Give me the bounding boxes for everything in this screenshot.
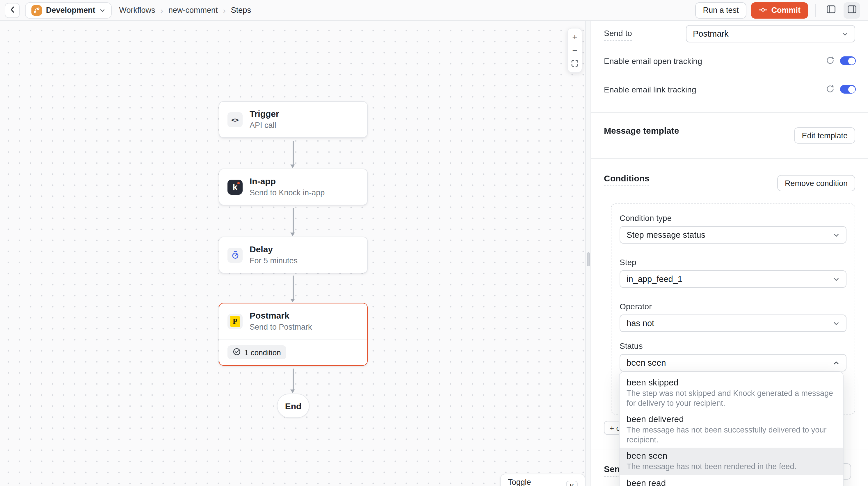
remove-condition-button[interactable]: Remove condition [777, 175, 855, 191]
option-description: The message has not been rendered in the… [626, 462, 836, 472]
chevron-down-icon [833, 320, 839, 326]
breadcrumb-separator: › [223, 5, 226, 15]
message-template-heading: Message template [604, 126, 679, 138]
back-button[interactable] [5, 3, 20, 18]
check-circle-icon [233, 347, 241, 357]
edge-arrow [292, 208, 293, 233]
status-option-been-read[interactable]: been read [620, 475, 843, 486]
operator-select[interactable]: has not [620, 315, 846, 332]
node-subtitle: API call [250, 120, 279, 130]
stopwatch-icon [227, 247, 243, 262]
open-tracking-label: Enable email open tracking [604, 56, 702, 66]
fit-view-icon [571, 59, 578, 69]
run-a-test-button[interactable]: Run a test [695, 2, 746, 18]
breadcrumb: Workflows › new-comment › Steps [119, 5, 251, 15]
condition-count-label: 1 condition [244, 348, 281, 357]
toggle-controls-button[interactable]: Toggle controls K [500, 474, 585, 486]
status-label: Status [620, 341, 846, 351]
commit-button-label: Commit [771, 6, 801, 14]
node-in-app[interactable]: k In-app Send to Knock in-app [219, 169, 368, 205]
zoom-in-button[interactable]: + [567, 30, 582, 43]
chevron-up-icon [833, 360, 839, 366]
chevron-down-icon [842, 31, 848, 37]
node-subtitle: For 5 minutes [250, 256, 298, 266]
option-description: The message has not been successfully de… [626, 425, 836, 445]
status-option-been-seen-highlighted[interactable]: been seen The message has not been rende… [620, 448, 843, 475]
step-settings-panel: Send to Postmark Enable email open track… [591, 21, 868, 486]
node-end[interactable]: End [277, 394, 310, 418]
step-select[interactable]: in_app_feed_1 [620, 270, 846, 288]
environment-branch-icon [31, 5, 42, 15]
minus-icon: − [572, 45, 578, 55]
node-title: Delay [250, 244, 298, 255]
workflow-canvas[interactable]: <> Trigger API call k In-app Send to Kno… [0, 21, 586, 486]
link-tracking-toggle[interactable] [840, 85, 856, 94]
breadcrumb-steps[interactable]: Steps [231, 6, 251, 14]
chevron-left-icon [8, 5, 16, 15]
panel-resize-gutter [586, 21, 591, 486]
postmark-logo-icon: P [227, 314, 243, 329]
chevron-down-icon [833, 232, 839, 238]
operator-field: Operator [620, 302, 846, 311]
option-title: been skipped [626, 377, 836, 388]
option-title: been read [626, 478, 836, 486]
panel-resize-handle[interactable] [587, 252, 590, 266]
edge-arrow [292, 276, 293, 299]
code-icon: <> [227, 112, 243, 127]
panel-right-icon [847, 4, 857, 16]
status-value: been seen [626, 358, 666, 367]
topbar-divider [815, 4, 816, 17]
node-title: Postmark [250, 311, 312, 322]
condition-type-value: Step message status [626, 230, 705, 239]
option-description: The step was not skipped and Knock gener… [626, 389, 836, 408]
step-value: in_app_feed_1 [626, 274, 682, 284]
condition-type-label: Condition type [620, 213, 846, 223]
conditions-heading: Conditions [604, 173, 650, 186]
send-to-label: Send to [604, 29, 632, 41]
node-title: In-app [250, 176, 324, 187]
node-title: Trigger [250, 109, 279, 120]
step-label: Step [620, 258, 846, 267]
node-delay[interactable]: Delay For 5 minutes [219, 237, 368, 273]
send-to-select[interactable]: Postmark [686, 25, 855, 42]
chevron-down-icon [833, 276, 839, 282]
toggle-left-panel-button[interactable] [823, 2, 839, 18]
panel-left-icon [826, 4, 836, 16]
zoom-controls: + − [567, 28, 582, 73]
git-commit-icon [758, 6, 767, 14]
status-combobox-expanded[interactable]: been seen [620, 354, 846, 371]
link-tracking-label: Enable email link tracking [604, 85, 696, 94]
keyboard-shortcut-badge: K [566, 481, 578, 486]
edge-arrow [292, 368, 293, 390]
edit-template-button[interactable]: Edit template [794, 127, 855, 143]
environment-switcher[interactable]: Development [25, 2, 112, 18]
fit-view-button[interactable] [567, 57, 582, 70]
toggle-right-panel-button[interactable] [843, 2, 860, 18]
operator-label: Operator [620, 302, 846, 311]
chevron-down-icon [99, 5, 105, 15]
topbar-actions: Run a test Commit [695, 2, 860, 18]
refresh-icon[interactable] [826, 56, 834, 67]
breadcrumb-separator: › [161, 5, 163, 15]
breadcrumb-workflow-name[interactable]: new-comment [168, 6, 218, 14]
step-field: Step [620, 258, 846, 267]
status-option-been-delivered[interactable]: been delivered The message has not been … [620, 411, 843, 448]
open-tracking-toggle[interactable] [840, 56, 856, 65]
section-divider [591, 158, 868, 159]
node-trigger[interactable]: <> Trigger API call [219, 101, 368, 138]
edge-arrow [292, 141, 293, 165]
environment-label: Development [46, 6, 95, 14]
send-to-value: Postmark [693, 29, 728, 38]
status-dropdown-menu: been skipped The step was not skipped an… [619, 371, 843, 486]
end-label: End [285, 401, 302, 411]
section-divider [591, 112, 868, 113]
condition-type-select[interactable]: Step message status [620, 226, 846, 244]
status-option-been-skipped[interactable]: been skipped The step was not skipped an… [620, 375, 843, 411]
option-title: been seen [626, 451, 836, 461]
refresh-icon[interactable] [826, 85, 834, 95]
breadcrumb-workflows[interactable]: Workflows [119, 6, 155, 14]
commit-button[interactable]: Commit [751, 2, 808, 18]
zoom-out-button[interactable]: − [567, 43, 582, 57]
node-postmark-selected[interactable]: P Postmark Send to Postmark 1 condition [219, 303, 368, 366]
option-title: been delivered [626, 414, 836, 424]
